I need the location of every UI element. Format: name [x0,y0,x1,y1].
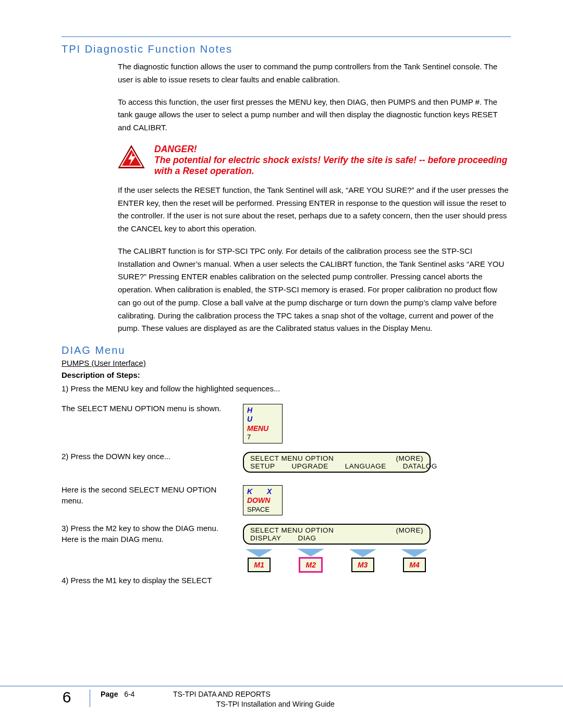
footer-title-1: TS-TPI DATA AND REPORTS [173,690,271,698]
key-sub: SPACE [247,505,278,514]
step-text: Here is the second SELECT MENU OPTION me… [62,484,243,506]
m1-key: M1 [248,558,271,572]
lcd-screen: SELECT MENU OPTION (MORE) SETUP UPGRADE … [243,452,431,473]
lcd-title: SELECT MENU OPTION [250,526,334,534]
paragraph: The CALIBRT function is for STP-SCI TPC … [118,245,511,335]
m4-key: M4 [403,558,426,572]
danger-icon [118,145,145,170]
lcd-option: UPGRADE [292,462,328,470]
chapter-number: 6 [52,689,90,707]
lcd-option: DIAG [298,534,316,542]
lcd-title: SELECT MENU OPTION [250,454,334,462]
pumps-ui-label: PUMPS (User Interface) [62,359,511,367]
page-number: 6-4 [124,690,134,698]
key-name: MENU [247,424,278,434]
danger-title: DANGER! [154,144,197,154]
section-title: TPI Diagnostic Function Notes [62,43,511,55]
key-name: DOWN [247,496,278,505]
lcd-more: (MORE) [396,526,424,534]
m3-key: M3 [351,558,374,572]
top-rule [62,36,511,37]
diag-menu-section: DIAG Menu PUMPS (User Interface) Descrip… [62,344,511,586]
lcd-option: DISPLAY [250,534,282,542]
lcd-more: (MORE) [396,454,424,462]
key-letters: K X [247,487,278,497]
lcd-option: LANGUAGE [345,462,386,470]
lcd-screen: SELECT MENU OPTION (MORE) DISPLAY DIAG [243,524,431,545]
footer-title-2: TS-TPI Installation and Wiring Guide [216,700,335,708]
m-keys-row: M1 M2 M3 M4 [243,549,431,573]
m2-key: M2 [299,557,323,573]
arrow-down-icon [349,549,376,557]
lcd-option: SETUP [250,462,275,470]
step-row: 2) Press the DOWN key once... SELECT MEN… [62,451,511,473]
arrow-down-icon [401,549,428,557]
step-row: 4) Press the M1 key to display the SELEC… [62,575,511,586]
step-text: 4) Press the M1 key to display the SELEC… [62,575,243,586]
arrow-down-icon [246,549,273,557]
paragraph: To access this function, the user first … [118,96,511,134]
footer-center: Page 6-4 TS-TPI DATA AND REPORTS TS-TPI … [90,689,563,709]
danger-text: DANGER! The potential for electric shock… [154,144,511,177]
step-text: 3) Press the M2 key to show the DIAG men… [62,523,243,545]
step-text: 1) Press the MENU key and follow the hig… [62,382,511,396]
arrow-down-icon [297,549,324,557]
diag-menu-title: DIAG Menu [62,344,511,356]
key-sub: 7 [247,433,278,441]
paragraph: The diagnostic function allows the user … [118,60,511,87]
step-row: Here is the second SELECT MENU OPTION me… [62,484,511,515]
down-key: K X DOWN SPACE [243,485,283,515]
step-row: The SELECT MENU OPTION menu is shown. H … [62,403,511,443]
danger-body: The potential for electric shock exists!… [154,155,507,176]
paragraph: If the user selects the RESET function, … [118,184,511,236]
description-of-steps: Description of Steps: [62,371,511,379]
danger-callout: DANGER! The potential for electric shock… [118,144,511,177]
step-text: 2) Press the DOWN key once... [62,451,243,462]
lcd-option: DATALOG [403,462,437,470]
step-text: The SELECT MENU OPTION menu is shown. [62,403,243,414]
step-row: 3) Press the M2 key to show the DIAG men… [62,523,511,573]
page-label: Page [101,690,118,698]
key-letters: H U [247,406,278,424]
document-page: TPI Diagnostic Function Notes The diagno… [0,0,563,728]
page-footer: 6 Page 6-4 TS-TPI DATA AND REPORTS TS-TP… [0,686,563,709]
menu-key: H U MENU 7 [243,404,283,443]
